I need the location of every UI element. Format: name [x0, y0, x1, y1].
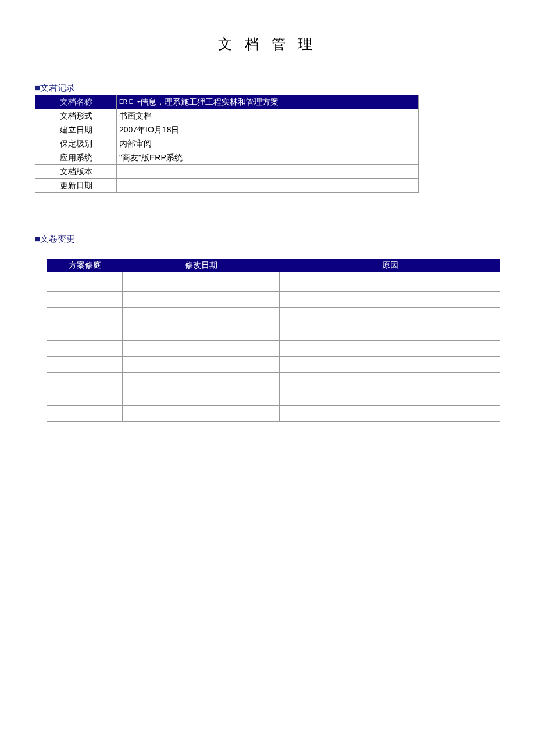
record-row-value: 书画文档	[117, 109, 419, 123]
change-cell	[123, 373, 280, 389]
change-header-col3: 原因	[280, 259, 501, 272]
record-row-label: 文档版本	[35, 165, 117, 179]
change-cell	[47, 292, 123, 308]
change-cell	[280, 373, 501, 389]
table-row: 文档版本	[35, 165, 419, 179]
change-cell	[280, 357, 501, 373]
change-header-col1: 方案修庭	[47, 259, 123, 272]
table-row	[47, 292, 501, 308]
change-cell	[47, 373, 123, 389]
change-cell	[280, 292, 501, 308]
record-row-value: 2007年IO月18日	[117, 123, 419, 137]
table-row	[47, 324, 501, 341]
page-title: 文 档 管 理	[35, 35, 500, 53]
table-row	[47, 308, 501, 324]
change-cell	[280, 406, 501, 422]
record-row-label: 更新日期	[35, 179, 117, 193]
change-cell	[47, 389, 123, 406]
change-cell	[47, 324, 123, 341]
record-row-value: 内部审阅	[117, 137, 419, 151]
record-row-value	[117, 179, 419, 193]
change-header-row: 方案修庭 修改日期 原因	[47, 259, 501, 272]
change-cell	[123, 292, 280, 308]
change-cell	[47, 357, 123, 373]
table-row	[47, 272, 501, 292]
change-cell	[280, 324, 501, 341]
record-row-label: 建立日期	[35, 123, 117, 137]
change-cell	[123, 357, 280, 373]
change-cell	[47, 308, 123, 324]
change-cell	[47, 272, 123, 292]
record-row-value	[117, 165, 419, 179]
section-record-label: ■文君记录	[35, 83, 500, 94]
table-row	[47, 341, 501, 357]
table-row	[47, 357, 501, 373]
change-table: 方案修庭 修改日期 原因	[47, 259, 500, 422]
table-row	[47, 389, 501, 406]
change-cell	[123, 341, 280, 357]
change-cell	[123, 389, 280, 406]
table-row: 更新日期	[35, 179, 419, 193]
record-header-right-text: •佶息，理系施工狸工程实林和管理方案	[137, 98, 279, 106]
change-cell	[280, 308, 501, 324]
record-header-left: 文档名称	[35, 95, 117, 109]
record-table: 文档名称 ER E •佶息，理系施工狸工程实林和管理方案 文档形式书画文档建立日…	[35, 95, 419, 193]
change-cell	[280, 272, 501, 292]
table-row: 应用系统"商友"版ERP系统	[35, 151, 419, 165]
change-cell	[47, 341, 123, 357]
change-header-col2: 修改日期	[123, 259, 280, 272]
table-row	[47, 373, 501, 389]
change-cell	[280, 389, 501, 406]
record-header-right: ER E •佶息，理系施工狸工程实林和管理方案	[117, 95, 419, 109]
table-row	[47, 406, 501, 422]
table-row: 建立日期2007年IO月18日	[35, 123, 419, 137]
table-row: 保定圾别内部审阅	[35, 137, 419, 151]
table-row: 文档形式书画文档	[35, 109, 419, 123]
record-row-value: "商友"版ERP系统	[117, 151, 419, 165]
change-cell	[47, 406, 123, 422]
section-change-label: ■文卷变更	[35, 234, 500, 245]
change-cell	[123, 272, 280, 292]
change-cell	[123, 406, 280, 422]
record-header-row: 文档名称 ER E •佶息，理系施工狸工程实林和管理方案	[35, 95, 419, 109]
er-prefix-text: ER E	[119, 99, 133, 105]
change-cell	[280, 341, 501, 357]
change-cell	[123, 308, 280, 324]
record-row-label: 保定圾别	[35, 137, 117, 151]
record-row-label: 文档形式	[35, 109, 117, 123]
record-row-label: 应用系统	[35, 151, 117, 165]
change-cell	[123, 324, 280, 341]
